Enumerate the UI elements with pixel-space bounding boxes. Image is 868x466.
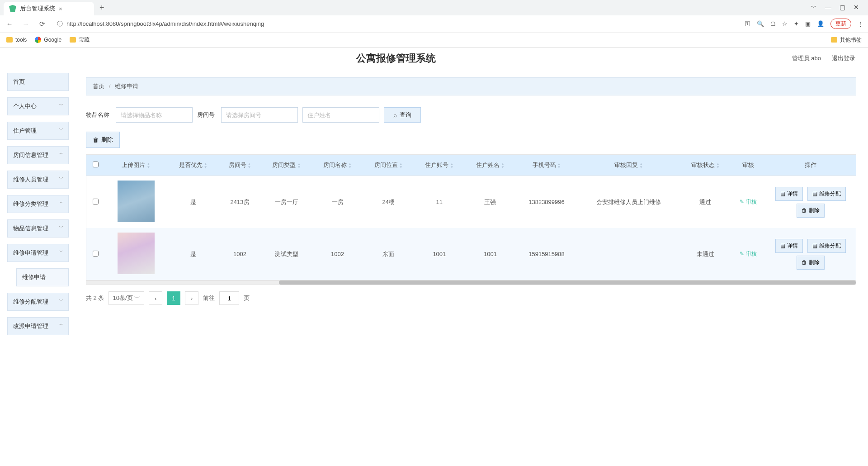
col-image[interactable]: 上传图片▲▼ <box>104 155 168 176</box>
sidebar-item-room-info[interactable]: 房间信息管理﹀ <box>7 146 69 164</box>
user-label[interactable]: 管理员 abo <box>792 54 821 62</box>
row-checkbox[interactable] <box>93 199 99 204</box>
audit-link[interactable]: ✎ 审核 <box>740 251 756 257</box>
col-room-type[interactable]: 房间类型▲▼ <box>261 155 312 176</box>
prev-page-button[interactable]: ‹ <box>149 291 162 305</box>
side-panel-icon[interactable]: ▣ <box>805 20 811 27</box>
row-delete-button[interactable]: 🗑删除 <box>797 256 825 270</box>
detail-button[interactable]: ▤详情 <box>775 239 803 253</box>
sidebar-item-repair-assign[interactable]: 维修分配管理﹀ <box>7 293 69 311</box>
chevron-down-icon: ﹀ <box>59 151 64 157</box>
maximize-icon[interactable]: ▢ <box>840 4 845 12</box>
forward-button[interactable]: → <box>21 20 31 28</box>
bookmark-tools[interactable]: tools <box>6 37 27 43</box>
select-all-checkbox[interactable] <box>93 162 99 167</box>
detail-button[interactable]: ▤详情 <box>775 187 803 201</box>
folder-icon <box>70 37 76 43</box>
password-key-icon[interactable]: ⚿ <box>745 20 750 27</box>
profile-avatar-icon[interactable]: 👤 <box>817 20 824 27</box>
close-window-icon[interactable]: ✕ <box>854 4 859 12</box>
col-priority[interactable]: 是否优先▲▼ <box>168 155 219 176</box>
total-count: 共 2 条 <box>86 294 104 302</box>
bookmark-other[interactable]: 其他书签 <box>831 36 862 44</box>
kebab-menu-icon[interactable]: ⋮ <box>858 20 863 27</box>
bookmark-baozang[interactable]: 宝藏 <box>70 36 90 44</box>
search-item-name-input[interactable] <box>116 107 193 123</box>
row-delete-button[interactable]: 🗑删除 <box>797 204 825 218</box>
sidebar-item-repair-staff[interactable]: 维修人员管理﹀ <box>7 171 69 189</box>
bookmark-google[interactable]: Google <box>35 37 61 43</box>
search-icon[interactable]: 🔍 <box>757 20 764 27</box>
list-icon: ▤ <box>780 243 785 249</box>
row-thumbnail[interactable] <box>118 181 155 222</box>
new-tab-button[interactable]: + <box>94 3 110 13</box>
sort-icon: ▲▼ <box>639 162 643 169</box>
reload-button[interactable]: ⟳ <box>37 20 47 28</box>
col-room-no[interactable]: 房间号▲▼ <box>219 155 261 176</box>
cell-username: 1001 <box>465 228 516 280</box>
col-username[interactable]: 住户姓名▲▼ <box>465 155 516 176</box>
col-room-pos[interactable]: 房间位置▲▼ <box>363 155 414 176</box>
goto-prefix: 前往 <box>203 294 215 302</box>
back-button[interactable]: ← <box>5 20 14 28</box>
search-resident-name-input[interactable] <box>302 107 379 123</box>
user-info: 管理员 abo 退出登录 <box>792 54 868 62</box>
sidebar-item-resident[interactable]: 住户管理﹀ <box>7 122 69 140</box>
sidebar-item-home[interactable]: 首页 <box>7 73 69 91</box>
sort-icon: ▲▼ <box>248 162 251 169</box>
audit-link[interactable]: ✎ 审核 <box>740 199 756 205</box>
sort-icon: ▲▼ <box>716 162 720 169</box>
main-content: 首页 / 维修申请 物品名称 房间号 ⌕查询 🗑删除 上传图片▲▼ 是否优先▲▼… <box>74 69 868 466</box>
cell-room-name: 1002 <box>312 228 363 280</box>
col-account[interactable]: 住户账号▲▼ <box>414 155 465 176</box>
sidebar-item-repair-request-mgmt[interactable]: 维修申请管理﹀ <box>7 244 69 262</box>
close-tab-icon[interactable]: × <box>59 5 62 12</box>
horizontal-scrollbar[interactable] <box>86 280 856 285</box>
col-phone[interactable]: 手机号码▲▼ <box>516 155 577 176</box>
sort-icon: ▲▼ <box>399 162 403 169</box>
assign-button[interactable]: ▤维修分配 <box>807 239 846 253</box>
table-container: 上传图片▲▼ 是否优先▲▼ 房间号▲▼ 房间类型▲▼ 房间名称▲▼ 房间位置▲▼… <box>86 154 856 285</box>
browser-tab[interactable]: 后台管理系统 × <box>4 2 94 15</box>
sidebar-item-repair-category[interactable]: 维修分类管理﹀ <box>7 195 69 213</box>
extensions-icon[interactable]: ✦ <box>794 20 799 27</box>
minimize-icon[interactable]: — <box>825 4 831 12</box>
bookmark-star-icon[interactable]: ☆ <box>782 20 788 27</box>
goto-page-input[interactable] <box>219 291 239 305</box>
col-status[interactable]: 审核状态▲▼ <box>680 155 731 176</box>
share-icon[interactable]: ☖ <box>770 20 776 27</box>
query-button[interactable]: ⌕查询 <box>384 107 421 123</box>
breadcrumb-home[interactable]: 首页 <box>93 83 104 90</box>
next-page-button[interactable]: › <box>185 291 198 305</box>
update-button[interactable]: 更新 <box>830 19 851 29</box>
breadcrumb-current: 维修申请 <box>115 83 138 90</box>
sidebar-item-item-info[interactable]: 物品信息管理﹀ <box>7 219 69 238</box>
scrollbar-thumb[interactable] <box>279 281 856 285</box>
search-room-no-input[interactable] <box>221 107 298 123</box>
page-1-button[interactable]: 1 <box>167 291 180 305</box>
cell-status: 未通过 <box>680 228 731 280</box>
edit-icon: ✎ <box>740 251 744 257</box>
logout-link[interactable]: 退出登录 <box>832 54 855 62</box>
vue-favicon-icon <box>9 5 16 12</box>
sidebar-item-reassign-request[interactable]: 改派申请管理﹀ <box>7 317 69 335</box>
sidebar-item-repair-request[interactable]: 维修申请 <box>16 268 69 286</box>
table-row: 是 1002 测试类型 1002 东面 1001 1001 1591591598… <box>86 228 856 280</box>
row-checkbox[interactable] <box>93 251 99 257</box>
app-header: 公寓报修管理系统 管理员 abo 退出登录 <box>0 48 868 69</box>
sort-icon: ▲▼ <box>450 162 453 169</box>
chevron-down-icon[interactable]: ﹀ <box>811 4 817 12</box>
assign-button[interactable]: ▤维修分配 <box>807 187 846 201</box>
row-thumbnail[interactable] <box>118 233 155 274</box>
trash-icon: 🗑 <box>93 137 99 143</box>
batch-delete-button[interactable]: 🗑删除 <box>86 132 120 148</box>
sidebar-item-personal[interactable]: 个人中心﹀ <box>7 97 69 115</box>
site-info-icon[interactable]: ⓘ <box>57 20 63 28</box>
url-input[interactable]: ⓘ http://localhost:8080/springboot3lx4p/… <box>53 18 738 30</box>
col-room-name[interactable]: 房间名称▲▼ <box>312 155 363 176</box>
cell-reply <box>577 228 680 280</box>
page-size-select[interactable]: 10条/页 ﹀ <box>108 291 144 305</box>
sort-icon: ▲▼ <box>204 162 208 169</box>
col-reply[interactable]: 审核回复▲▼ <box>577 155 680 176</box>
cell-phone: 15915915988 <box>516 228 577 280</box>
